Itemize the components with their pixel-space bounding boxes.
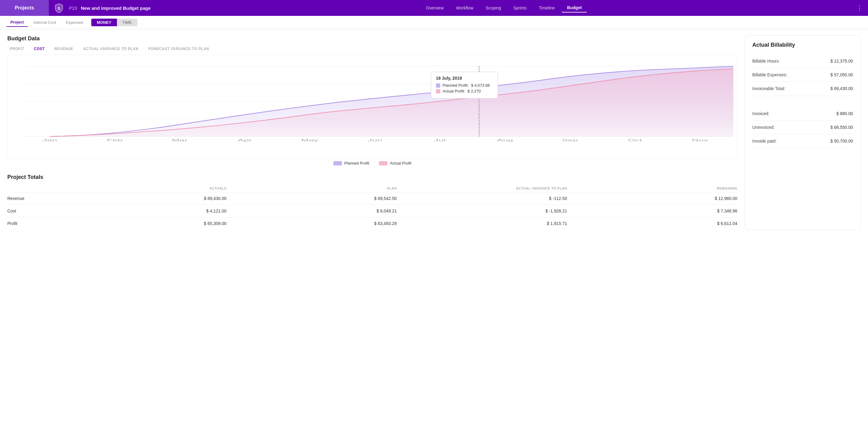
row-cost-remaining: $ 7,348.96 <box>567 209 737 213</box>
chart-legend: Planned Profit Actual Profit <box>7 161 737 165</box>
money-time-toggle[interactable]: MONEY TIME <box>91 19 137 26</box>
row-profit-actuals: $ 65,309.00 <box>56 221 226 226</box>
row-cost-actuals: $ 4,121.00 <box>56 209 226 213</box>
project-totals-title: Project Totals <box>7 174 737 181</box>
chart-tab-revenue[interactable]: REVENUE <box>54 47 73 51</box>
project-id: P23 <box>69 5 77 11</box>
invoiced-value: $ 880.00 <box>837 111 854 116</box>
invoice-paid-value: $ 50,700.00 <box>831 138 853 144</box>
row-revenue-variance: $ -112.50 <box>397 196 567 201</box>
actual-billability-panel: Actual Billability Billable Hours: $ 12,… <box>745 35 861 229</box>
nav-workflow[interactable]: Workflow <box>450 4 479 12</box>
budget-data-title: Budget Data <box>7 35 737 42</box>
sub-tabs: Project Internal Cost Expenses MONEY TIM… <box>0 16 868 29</box>
svg-text:Nov: Nov <box>692 138 708 142</box>
main-content: Budget Data PROFIT COST REVENUE ACTUAL V… <box>0 29 868 236</box>
tab-expenses[interactable]: Expenses <box>62 18 88 27</box>
billability-row-invoice-paid: Invoide paid: $ 50,700.00 <box>752 134 853 148</box>
row-profit-remaining: $ 6,611.04 <box>567 221 737 226</box>
projects-button[interactable]: Projects <box>0 0 49 16</box>
invoiceable-total-label: Invoiceable Total: <box>752 86 785 91</box>
table-row: Revenue $ 69,430.00 $ 69,542.50 $ -112.5… <box>7 192 737 204</box>
nav-timeline[interactable]: Timeline <box>533 4 560 12</box>
row-revenue-remaining: $ 12,960.00 <box>567 196 737 201</box>
svg-text:Jul: Jul <box>434 138 446 142</box>
legend-actual-label: Actual Profit <box>390 161 411 165</box>
row-revenue-label: Revenue <box>7 196 56 201</box>
svg-text:Sep: Sep <box>562 138 578 142</box>
legend-planned: Planned Profit <box>333 161 369 165</box>
left-panel: Budget Data PROFIT COST REVENUE ACTUAL V… <box>7 35 737 229</box>
billability-row-uninvoiced: Uninvoiced: $ 68,550.00 <box>752 121 853 134</box>
row-profit-label: Profit <box>7 221 56 226</box>
row-profit-plan: $ 63,493.29 <box>226 221 397 226</box>
svg-text:Oct: Oct <box>628 138 642 142</box>
billable-expenses-label: Billable Expenses: <box>752 72 787 77</box>
project-name: New and improved Budget page <box>81 5 151 11</box>
toggle-money[interactable]: MONEY <box>91 19 117 26</box>
nav-scoping[interactable]: Scoping <box>480 4 507 12</box>
billability-row-expenses: Billable Expenses: $ 57,055.00 <box>752 68 853 82</box>
svg-text:Jun: Jun <box>368 138 382 142</box>
billability-row-invoiceable: Invoiceable Total: $ 69,430.00 <box>752 82 853 96</box>
chart-tab-cost[interactable]: COST <box>34 47 44 51</box>
row-revenue-actuals: $ 69,430.00 <box>56 196 226 201</box>
svg-text:May: May <box>301 138 319 142</box>
uninvoiced-value: $ 68,550.00 <box>831 125 853 130</box>
svg-text:Apr: Apr <box>238 138 252 142</box>
actual-profit-swatch <box>379 161 388 165</box>
top-navigation: Projects S P23 New and improved Budget p… <box>0 0 868 16</box>
invoiceable-total-value: $ 69,430.00 <box>831 86 853 91</box>
chart-tab-forecast-variance[interactable]: FORECAST VARIANCE TO PLAN <box>148 47 209 51</box>
chart-tab-profit[interactable]: PROFIT <box>10 47 24 51</box>
svg-text:Mar: Mar <box>172 138 188 142</box>
nav-links: Overview Workflow Scoping Sprints Timeli… <box>156 3 851 12</box>
chart-tab-actual-variance[interactable]: ACTUAL VARIANCE TO PLAN <box>83 47 138 51</box>
billable-hours-value: $ 12,375.00 <box>831 59 853 63</box>
row-cost-label: Cost <box>7 209 56 213</box>
header-plan: PLAN <box>226 187 397 190</box>
actual-billability-title: Actual Billability <box>752 42 853 48</box>
table-row: Profit $ 65,309.00 $ 63,493.29 $ 1,815.7… <box>7 217 737 229</box>
legend-actual: Actual Profit <box>379 161 411 165</box>
nav-overview[interactable]: Overview <box>421 4 449 12</box>
billability-row-invoiced: Invoiced: $ 880.00 <box>752 107 853 121</box>
invoice-paid-label: Invoide paid: <box>752 138 776 144</box>
app-logo: S <box>53 2 65 14</box>
tab-internal-cost[interactable]: Internal Cost <box>29 18 60 27</box>
billability-row-hours: Billable Hours: $ 12,375.00 <box>752 54 853 68</box>
chart-tabs: PROFIT COST REVENUE ACTUAL VARIANCE TO P… <box>7 47 737 51</box>
legend-planned-label: Planned Profit <box>344 161 369 165</box>
budget-chart: $ 800 $ 600 $ 400 $ 200 <box>7 55 737 158</box>
svg-text:Aug: Aug <box>497 138 513 142</box>
table-row: Cost $ 4,121.00 $ 6,049.21 $ -1,928.21 $… <box>7 204 737 217</box>
nav-sprints[interactable]: Sprints <box>508 4 532 12</box>
svg-text:S: S <box>58 6 60 11</box>
row-revenue-plan: $ 69,542.50 <box>226 196 397 201</box>
billable-expenses-value: $ 57,055.00 <box>831 72 853 77</box>
tab-project[interactable]: Project <box>6 18 28 27</box>
header-actuals: ACTUALS <box>56 187 226 190</box>
invoiced-label: Invoiced: <box>752 111 769 116</box>
header-variance: ACTUAL VARIANCE TO PLAN <box>397 187 567 190</box>
project-totals: Project Totals ACTUALS PLAN ACTUAL VARIA… <box>7 174 737 229</box>
uninvoiced-label: Uninvoiced: <box>752 125 775 130</box>
totals-header: ACTUALS PLAN ACTUAL VARIANCE TO PLAN REM… <box>7 185 737 192</box>
header-remaining: REMAINING <box>567 187 737 190</box>
billable-hours-label: Billable Hours: <box>752 59 780 63</box>
nav-more-button[interactable]: ⋮ <box>851 2 868 13</box>
project-title: P23 New and improved Budget page <box>69 5 156 11</box>
nav-budget[interactable]: Budget <box>561 3 587 12</box>
toggle-time[interactable]: TIME <box>117 19 137 26</box>
billability-row-spacer <box>752 98 853 107</box>
row-cost-variance: $ -1,928.21 <box>397 209 567 213</box>
svg-text:Feb: Feb <box>107 138 123 142</box>
header-label <box>7 187 56 190</box>
row-cost-plan: $ 6,049.21 <box>226 209 397 213</box>
svg-text:Jan: Jan <box>42 138 57 142</box>
row-profit-variance: $ 1,815.71 <box>397 221 567 226</box>
planned-profit-swatch <box>333 161 342 165</box>
